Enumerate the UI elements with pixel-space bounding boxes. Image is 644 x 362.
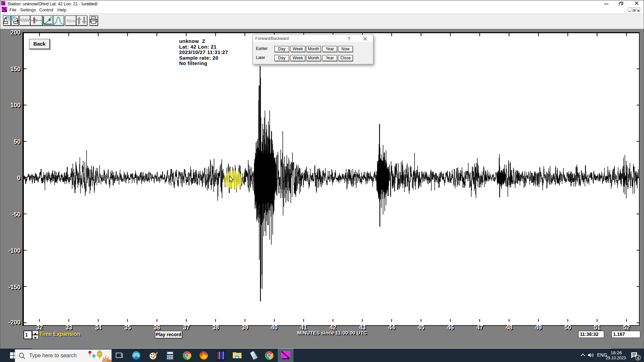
svg-text:4: 4 bbox=[637, 356, 639, 360]
svg-text:P: P bbox=[49, 18, 51, 22]
svg-text:Now: Now bbox=[66, 18, 76, 23]
